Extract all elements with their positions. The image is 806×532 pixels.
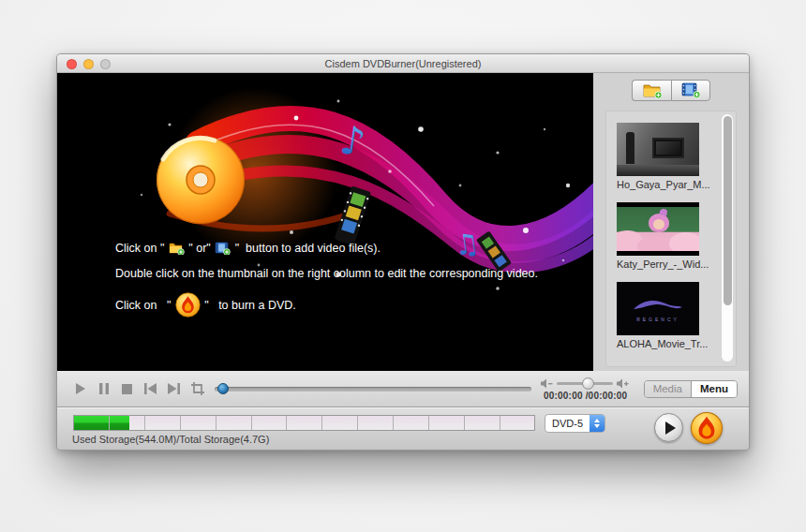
volume-slider[interactable]: [557, 382, 613, 385]
volume-cluster: 00:00:00 /00:00:00: [541, 373, 631, 405]
film-plus-icon: [215, 242, 231, 255]
volume-down-icon[interactable]: [541, 378, 553, 389]
instruction-line-2: Double click on the thumbnail on the rig…: [115, 267, 538, 280]
zoom-button: [100, 59, 111, 69]
play-button[interactable]: [68, 378, 92, 399]
seek-slider[interactable]: [215, 378, 531, 399]
stepper-icon[interactable]: [590, 415, 604, 432]
play-icon: [665, 421, 676, 435]
video-list-panel: Ho_Gaya_Pyar_M... Katy_Perry_-_Wid...: [605, 111, 737, 367]
minimize-button[interactable]: [83, 59, 94, 69]
pause-button[interactable]: [92, 378, 115, 399]
disc-type-select[interactable]: DVD-5: [545, 414, 605, 433]
traffic-lights: [67, 59, 111, 69]
previous-icon: [144, 383, 157, 394]
list-item[interactable]: REGENCY ALOHA_Movie_Tr...: [617, 282, 737, 349]
window-title: Cisdem DVDBurner(Unregistered): [325, 58, 482, 69]
storage-segments: [74, 416, 534, 430]
instr2-text: Double click on the thumbnail on the rig…: [115, 267, 538, 280]
instructions: Click on " " or": [115, 242, 538, 330]
list-item[interactable]: Katy_Perry_-_Wid...: [617, 202, 737, 270]
trim-button[interactable]: [186, 378, 209, 399]
regency-logo-swoosh: [630, 296, 686, 315]
instr1-mid: " or": [186, 242, 214, 255]
close-button[interactable]: [67, 59, 77, 69]
media-tab[interactable]: Media: [645, 381, 691, 397]
video-title: ALOHA_Movie_Tr...: [617, 338, 737, 349]
stop-icon: [122, 384, 132, 394]
volume-knob[interactable]: [582, 377, 594, 390]
video-thumbnail: [617, 123, 699, 176]
next-icon: [168, 383, 180, 394]
burn-button[interactable]: [691, 412, 723, 444]
scrollbar[interactable]: [722, 114, 733, 362]
previous-button[interactable]: [139, 378, 162, 399]
instr3-post: " to burn a DVD.: [202, 299, 296, 312]
add-video-button[interactable]: [671, 80, 710, 101]
instruction-line-1: Click on " " or": [115, 242, 538, 255]
burn-flame-icon: [175, 292, 201, 318]
add-folder-button[interactable]: [632, 80, 671, 101]
media-menu-toggle: Media Menu: [644, 380, 738, 398]
burn-flame-icon: [691, 412, 723, 444]
folder-plus-icon: [169, 242, 185, 255]
preview-play-button[interactable]: [654, 413, 683, 442]
menu-tab[interactable]: Menu: [691, 381, 737, 397]
volume-up-icon[interactable]: [617, 378, 631, 389]
transport-bar: 00:00:00 /00:00:00 Media Menu: [57, 371, 749, 407]
seek-track[interactable]: [215, 387, 531, 392]
bottom-bar: Used Storage(544.0M)/Total Storage(4.7G)…: [57, 407, 749, 450]
next-button[interactable]: [162, 378, 186, 399]
folder-plus-icon: [642, 82, 663, 98]
add-buttons-group: [632, 80, 710, 101]
storage-label: Used Storage(544.0M)/Total Storage(4.7G): [72, 434, 269, 445]
scrollbar-thumb[interactable]: [724, 116, 732, 305]
instruction-line-3: Click on ": [115, 292, 538, 318]
instr1-post: " button to add video file(s).: [231, 242, 381, 255]
preview-area: ♪ ♫: [57, 73, 593, 371]
stop-button[interactable]: [115, 378, 139, 399]
sidebar: Ho_Gaya_Pyar_M... Katy_Perry_-_Wid...: [593, 73, 749, 371]
list-item[interactable]: Ho_Gaya_Pyar_M...: [617, 123, 737, 190]
play-icon: [75, 383, 85, 394]
trim-icon: [191, 382, 204, 395]
video-title: Katy_Perry_-_Wid...: [617, 259, 737, 270]
disc-type-value: DVD-5: [545, 415, 590, 432]
instr1-pre: Click on ": [115, 242, 168, 255]
app-window: Cisdem DVDBurner(Unregistered): [56, 53, 750, 451]
video-thumbnail: [617, 202, 699, 256]
regency-logo-text: REGENCY: [636, 317, 679, 322]
seek-knob[interactable]: [217, 383, 229, 394]
storage-bar: [73, 415, 535, 431]
pause-icon: [99, 383, 109, 394]
title-bar[interactable]: Cisdem DVDBurner(Unregistered): [57, 54, 749, 73]
time-display: 00:00:00 /00:00:00: [541, 391, 631, 401]
instr3-pre: Click on ": [115, 299, 174, 312]
film-plus-icon: [681, 82, 700, 98]
video-thumbnail: REGENCY: [617, 282, 699, 335]
video-title: Ho_Gaya_Pyar_M...: [617, 179, 737, 190]
